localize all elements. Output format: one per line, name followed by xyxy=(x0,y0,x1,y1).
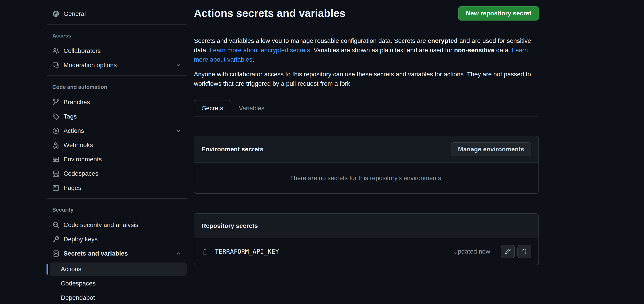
settings-page: General Access Collaborators Moderation … xyxy=(0,0,644,304)
codespaces-icon xyxy=(52,170,60,177)
sidebar-subitem-label: Dependabot xyxy=(61,294,95,301)
sidebar-item-pages[interactable]: Pages xyxy=(47,181,187,195)
codescan-icon xyxy=(52,221,60,229)
sidebar-item-deploy-keys[interactable]: Deploy keys xyxy=(47,232,187,246)
intro-paragraph: Secrets and variables allow you to manag… xyxy=(194,36,539,64)
sidebar-item-codespaces[interactable]: Codespaces xyxy=(47,166,187,181)
trash-icon xyxy=(521,248,528,255)
sidebar-section-security: Security xyxy=(47,205,187,214)
sidebar-item-label: Tags xyxy=(64,113,181,121)
sidebar-item-label: Code security and analysis xyxy=(64,221,181,229)
key-asterisk-icon xyxy=(52,250,60,257)
sidebar-divider xyxy=(47,198,187,199)
repository-secrets-title: Repository secrets xyxy=(202,222,258,230)
sidebar-item-label: Secrets and variables xyxy=(64,250,172,258)
repository-secrets-box: Repository secrets TERRAFORM_API_KEY Upd… xyxy=(194,213,539,265)
secret-updated-timestamp: Updated now xyxy=(453,248,490,255)
pencil-icon xyxy=(504,248,511,255)
delete-secret-button[interactable] xyxy=(518,245,531,258)
browser-icon xyxy=(52,184,60,191)
sidebar-item-label: Deploy keys xyxy=(64,235,181,243)
environment-secrets-title: Environment secrets xyxy=(202,145,264,153)
tab-variables[interactable]: Variables xyxy=(231,100,272,117)
people-icon xyxy=(52,47,60,54)
emphasized-text: non-sensitive xyxy=(454,47,494,54)
sidebar-item-general[interactable]: General xyxy=(47,7,187,21)
sidebar-item-label: Environments xyxy=(64,155,181,163)
sidebar-divider xyxy=(47,24,187,24)
sidebar-subitem-dependabot[interactable]: Dependabot xyxy=(50,291,187,304)
secret-name: TERRAFORM_API_KEY xyxy=(215,248,279,255)
sidebar-divider xyxy=(47,75,187,76)
gear-icon xyxy=(52,10,60,17)
new-repository-secret-button[interactable]: New repository secret xyxy=(458,6,539,20)
tag-icon xyxy=(52,113,60,120)
sidebar-item-environments[interactable]: Environments xyxy=(47,152,187,166)
secret-row: TERRAFORM_API_KEY Updated now xyxy=(194,238,538,265)
play-icon xyxy=(52,127,60,134)
sidebar-item-tags[interactable]: Tags xyxy=(47,109,187,124)
sidebar-item-label: General xyxy=(64,10,181,18)
sidebar-subitem-label: Codespaces xyxy=(61,280,96,287)
sidebar-item-webhooks[interactable]: Webhooks xyxy=(47,138,187,152)
sidebar-item-branches[interactable]: Branches xyxy=(47,95,187,109)
webhook-icon xyxy=(52,142,60,149)
sidebar-item-label: Actions xyxy=(64,127,172,135)
main-content: Actions secrets and variables New reposi… xyxy=(194,0,539,304)
collaborator-access-note: Anyone with collaborator access to this … xyxy=(194,70,539,88)
git-branch-icon xyxy=(52,99,60,106)
sidebar-item-secrets-and-variables[interactable]: Secrets and variables xyxy=(47,246,187,261)
sidebar-item-label: Moderation options xyxy=(64,61,172,69)
environment-secrets-box: Environment secrets Manage environments … xyxy=(194,136,539,194)
lock-icon xyxy=(202,248,209,255)
edit-secret-button[interactable] xyxy=(501,245,515,258)
chevron-up-icon xyxy=(176,251,181,257)
sidebar-item-code-security-and-analysis[interactable]: Code security and analysis xyxy=(47,218,187,232)
learn-more-link[interactable]: Learn more about encrypted secrets xyxy=(210,47,310,54)
sidebar-subitem-actions[interactable]: Actions xyxy=(50,263,187,276)
sidebar-subitem-label: Actions xyxy=(61,266,82,273)
sidebar-item-label: Codespaces xyxy=(64,170,181,178)
server-icon xyxy=(52,156,60,163)
sidebar-item-moderation-options[interactable]: Moderation options xyxy=(47,58,187,72)
settings-sidebar: General Access Collaborators Moderation … xyxy=(47,0,187,304)
tab-secrets[interactable]: Secrets xyxy=(194,100,231,117)
page-title: Actions secrets and variables xyxy=(194,6,346,20)
sidebar-item-label: Collaborators xyxy=(64,47,181,55)
sidebar-subitem-codespaces[interactable]: Codespaces xyxy=(50,277,187,290)
manage-environments-button[interactable]: Manage environments xyxy=(451,143,531,156)
content-header: Actions secrets and variables New reposi… xyxy=(194,6,539,20)
chevron-down-icon xyxy=(176,128,181,134)
environment-secrets-header: Environment secrets Manage environments xyxy=(194,136,538,163)
sidebar-item-actions[interactable]: Actions xyxy=(47,124,187,138)
comment-discussion-icon xyxy=(52,62,60,69)
sidebar-item-label: Webhooks xyxy=(64,141,181,149)
emphasized-text: encrypted xyxy=(428,37,458,44)
sidebar-item-label: Pages xyxy=(64,184,181,192)
sidebar-item-label: Branches xyxy=(64,98,181,106)
sidebar-section-access: Access xyxy=(47,31,187,40)
sidebar-item-collaborators[interactable]: Collaborators xyxy=(47,44,187,58)
repository-secrets-header: Repository secrets xyxy=(194,214,538,238)
secrets-variables-tabs: Secrets Variables xyxy=(194,100,539,117)
environment-secrets-empty-message: There are no secrets for this repository… xyxy=(194,163,538,193)
chevron-down-icon xyxy=(176,62,181,68)
sidebar-section-code-and-automation: Code and automation xyxy=(47,83,187,92)
key-icon xyxy=(52,236,60,243)
